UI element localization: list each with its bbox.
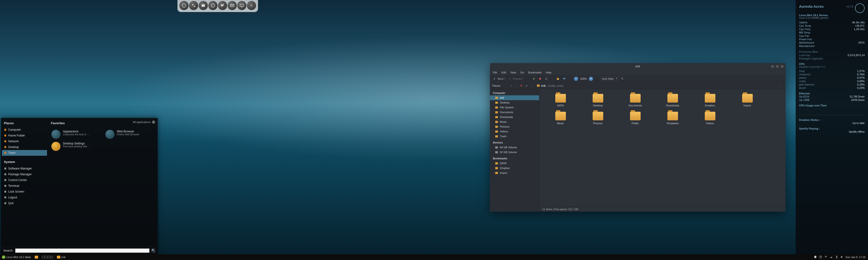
menu-item[interactable]: Logout [2, 194, 47, 200]
folder-item[interactable]: DATA [544, 94, 577, 107]
forward-button[interactable]: Forward▾ [507, 77, 524, 81]
stop-icon[interactable] [538, 77, 542, 81]
menu-item[interactable]: Computer [2, 127, 47, 133]
up-icon[interactable] [532, 77, 536, 81]
zoom-out-icon[interactable]: − [574, 77, 578, 81]
search-icon[interactable]: 🔍 [151, 249, 155, 253]
folder-icon [668, 112, 678, 120]
favorite-app[interactable]: Desktop SettingsFine-tune desktop sett… [49, 140, 103, 152]
menu-item[interactable]: Desktop [2, 144, 47, 150]
workspace-switcher[interactable] [40, 254, 55, 260]
places-dropdown[interactable]: Places [492, 84, 500, 87]
sidebar-item[interactable]: DATA [490, 161, 539, 165]
conky-row: Up 136B167B Down [799, 98, 865, 102]
update-icon[interactable] [819, 255, 822, 259]
folder-item[interactable]: Dropbox [694, 94, 726, 107]
view-mode-select[interactable]: Icon View▾ [600, 77, 618, 81]
menu-item[interactable]: Control Center [2, 177, 47, 183]
bluetooth-icon[interactable] [835, 255, 838, 259]
dock-firefox-icon[interactable] [179, 1, 189, 10]
shield-icon[interactable] [814, 255, 817, 259]
fm-menu-go[interactable]: Go [520, 71, 524, 74]
folder-item[interactable]: Insync [731, 94, 764, 107]
maximize-button[interactable] [776, 65, 779, 68]
menu-item[interactable]: Quit [2, 200, 47, 206]
fm-menu-file[interactable]: File [493, 71, 497, 74]
folder-icon [495, 131, 498, 133]
crumb-erik[interactable]: erik [541, 84, 546, 87]
folder-item[interactable]: Downloads [656, 94, 689, 107]
sidebar-item[interactable]: Videos [490, 129, 539, 134]
dock-steam-icon[interactable] [189, 1, 198, 10]
dropbox-icon[interactable] [824, 255, 828, 259]
fm-titlebar[interactable]: erik [490, 63, 785, 70]
sidebar-item[interactable]: Documents [490, 110, 539, 115]
menu-item[interactable]: Package Manager [2, 172, 47, 177]
show-desktop-button[interactable] [33, 254, 40, 260]
sidebar-item[interactable]: 82 GB Volume [490, 150, 539, 155]
close-tab-icon[interactable]: ✕ [520, 84, 523, 87]
computer-icon[interactable] [562, 77, 566, 81]
volume-icon[interactable] [840, 255, 843, 259]
folder-item[interactable]: Videos [694, 112, 726, 125]
all-applications-link[interactable]: All applications ▸ [133, 120, 155, 124]
conky-row: cinnamon0,76% [799, 73, 865, 76]
fm-menu-help[interactable]: Help [546, 71, 551, 74]
sidebar-item[interactable]: Trash [490, 134, 539, 139]
back-button[interactable]: Back▾ [492, 77, 505, 81]
dock-mail-icon[interactable] [227, 1, 237, 10]
minimize-button[interactable] [771, 65, 774, 68]
menu-item[interactable]: Trash [2, 150, 47, 156]
menu-item[interactable]: Home Folder [2, 133, 47, 139]
path-back-icon[interactable] [514, 83, 518, 88]
sidebar-item[interactable]: 84 GB Volume [490, 145, 539, 150]
folder-item[interactable]: Desktop [582, 94, 614, 107]
fm-menu-view[interactable]: View [510, 71, 516, 74]
conky-distro: Linux Mint 18.1 Serena [799, 14, 865, 16]
folder-item[interactable]: Public [619, 112, 651, 125]
crumb-conky[interactable]: conky [557, 84, 563, 87]
network-icon[interactable] [830, 255, 833, 259]
menu-item[interactable]: Network [2, 139, 47, 144]
sidebar-item[interactable]: Downloads [490, 115, 539, 119]
back-icon [492, 77, 497, 81]
sidebar-item[interactable]: Desktop [490, 100, 539, 105]
fm-icon-grid[interactable]: DATADesktopDocumentsDownloadsDropboxInsy… [539, 89, 785, 206]
search-icon[interactable] [620, 77, 624, 81]
zoom-in-icon[interactable]: + [589, 77, 593, 81]
search-input[interactable] [15, 249, 150, 253]
folder-item[interactable]: Pictures [582, 112, 614, 125]
reload-icon[interactable] [544, 77, 549, 81]
favorite-app[interactable]: Web BrowserFirefox Web Browser [103, 128, 157, 140]
clock[interactable]: Sun Jan 8, 17:16 [845, 256, 866, 259]
dock-files-icon[interactable] [199, 1, 208, 10]
sidebar-item[interactable]: Dropbox [490, 165, 539, 171]
folder-item[interactable]: Documents [619, 94, 651, 107]
sidebar-item[interactable]: Insync [490, 171, 539, 175]
taskbar-task[interactable]: erik [55, 254, 67, 260]
menu-item[interactable]: Terminal [2, 183, 47, 189]
menu-item[interactable]: Software Manager [2, 165, 47, 172]
dock-display-icon[interactable] [237, 1, 246, 10]
sidebar-item[interactable]: Pictures [490, 124, 539, 129]
home-icon[interactable] [556, 77, 560, 81]
crumb-config[interactable]: .config [547, 84, 555, 87]
crumb-back-icon[interactable]: ‹ [531, 83, 535, 88]
crumb-forward-icon[interactable]: › [779, 83, 783, 88]
favorite-app[interactable]: AppearanceCustomize the look of … [49, 128, 103, 140]
dock-tweet-icon[interactable] [218, 1, 227, 10]
dock-skype-icon[interactable]: S [247, 1, 256, 10]
folder-item[interactable]: Templates [656, 112, 689, 125]
fm-menu-edit[interactable]: Edit [501, 71, 506, 74]
dock-software-icon[interactable] [208, 1, 217, 10]
sidebar-item[interactable]: erik [490, 95, 539, 100]
fm-menu-bookmarks[interactable]: Bookmarks [528, 71, 541, 74]
close-button[interactable] [781, 65, 784, 68]
folder-item[interactable]: Music [544, 112, 577, 125]
sidebar-item[interactable]: File System [490, 105, 539, 110]
menu-item[interactable]: Lock Screen [2, 189, 47, 194]
bullet-icon [4, 179, 6, 181]
edit-path-icon[interactable] [524, 83, 529, 88]
sidebar-item[interactable]: Music [490, 119, 539, 124]
start-button[interactable]: Linux Mint 18.1 Mate [0, 254, 33, 260]
